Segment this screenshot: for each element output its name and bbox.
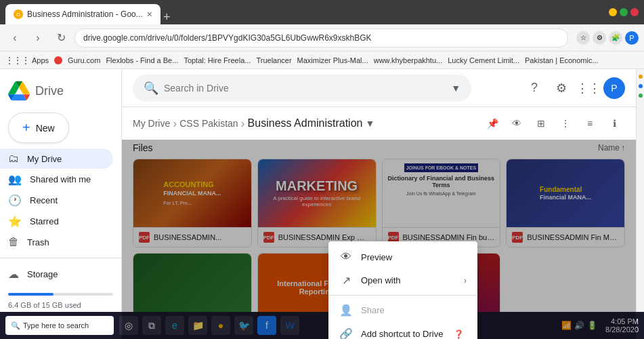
breadcrumb-current-label: Business Administration <box>248 117 363 129</box>
taskbar-word-icon[interactable]: W <box>280 316 299 335</box>
taskbar-search[interactable]: 🔍 Type here to search <box>5 316 114 335</box>
breadcrumb-folder[interactable]: CSS Pakistan <box>179 118 238 129</box>
url-text: drive.google.com/drive/u/0/folders/1BPVY… <box>83 33 559 43</box>
view-toggle-icon[interactable]: 👁 <box>506 113 528 134</box>
file-footer: PDF BUSINESSADMIN... <box>133 227 251 247</box>
reload-button[interactable]: ↻ <box>51 28 70 47</box>
taskbar-app-icon-2[interactable]: f <box>257 316 276 335</box>
ctx-add-shortcut[interactable]: 🔗 Add shortcut to Drive ❓ <box>328 322 477 339</box>
search-glass-icon: 🔍 <box>11 321 20 330</box>
tab-bar: G Business Administration - Goo... × + <box>5 0 170 24</box>
minimize-button[interactable] <box>609 8 617 16</box>
sidebar: Drive + New 🗂 My Drive 👥 Shared with me … <box>0 69 122 339</box>
breadcrumb-current[interactable]: Business Administration ▼ <box>248 117 375 129</box>
bookmark-icon[interactable]: ☆ <box>576 31 590 45</box>
files-header: Files Name ↑ <box>133 142 625 153</box>
battery-icon[interactable]: 🔋 <box>587 321 597 330</box>
drive-container: Drive + New 🗂 My Drive 👥 Shared with me … <box>0 69 644 339</box>
taskbar-file-explorer-icon[interactable]: 📁 <box>188 316 207 335</box>
grid-view-icon[interactable]: ⊞ <box>530 113 552 134</box>
drive-header: 🔍 ▼ ? ⚙ ⋮⋮ P <box>122 69 636 107</box>
bookmark-truelancer[interactable]: Truelancer <box>256 56 291 64</box>
clock-date: 8/28/2020 <box>605 325 639 334</box>
bookmark-flexjobs[interactable]: Flexlobs - Find a Be... <box>106 56 178 64</box>
taskbar-task-view-icon[interactable]: ⧉ <box>142 316 161 335</box>
add-shortcut-icon[interactable]: 📌 <box>481 113 503 134</box>
forward-button[interactable]: › <box>28 28 47 47</box>
volume-icon[interactable]: 🔊 <box>574 321 584 330</box>
ctx-open-with[interactable]: ↗ Open with › <box>328 268 477 292</box>
ctx-preview[interactable]: 👁 Preview <box>328 245 477 268</box>
help-icon[interactable]: ? <box>522 76 546 100</box>
file-card[interactable]: Fundamental Financial MANA... PDF BUSINE… <box>506 159 625 247</box>
new-tab-button[interactable]: + <box>163 10 171 24</box>
search-input[interactable] <box>164 83 446 94</box>
file-card[interactable]: ACCOUNTING FINANCIAL MANA... For I.T. Pr… <box>133 159 252 247</box>
bookmark-khyber[interactable]: www.khyberpakhtu... <box>374 56 443 64</box>
sidebar-item-my-drive[interactable]: 🗂 My Drive <box>0 148 113 169</box>
back-button[interactable]: ‹ <box>5 28 24 47</box>
more-options-icon[interactable]: ⋮ <box>555 113 576 134</box>
ctx-share-label: Share <box>361 305 385 315</box>
time-display[interactable]: 4:05 PM 8/28/2020 <box>605 317 639 334</box>
close-button[interactable] <box>630 8 639 16</box>
bookmark-guru[interactable]: Guru.com <box>68 56 100 64</box>
profile-icon[interactable]: P <box>625 31 639 45</box>
recent-icon: 🕐 <box>8 194 22 207</box>
search-box[interactable]: 🔍 ▼ <box>133 75 471 102</box>
file-footer: PDF BUSINESSADMIN Fin Ma... <box>507 227 624 247</box>
sidebar-item-label: Shared with me <box>30 174 91 184</box>
taskbar: 🔍 Type here to search ◎ ⧉ e 📁 ● 🐦 f W 📶 … <box>0 312 644 339</box>
sidebar-item-starred[interactable]: ⭐ Starred <box>0 211 113 232</box>
taskbar-app-icon-1[interactable]: 🐦 <box>234 316 253 335</box>
search-icon: 🔍 <box>144 81 158 96</box>
file-thumbnail: JOINUS FOR EBOOK & NOTES Dictionary of F… <box>383 159 500 227</box>
taskbar-edge-icon[interactable]: e <box>165 316 184 335</box>
file-grid: ACCOUNTING FINANCIAL MANA... For I.T. Pr… <box>133 159 625 247</box>
sidebar-item-trash[interactable]: 🗑 Trash <box>0 232 113 252</box>
breadcrumb-sep-2: › <box>241 117 245 131</box>
pdf-icon: PDF <box>263 232 274 243</box>
bookmark-lucky[interactable]: Lucky Cement Limit... <box>448 56 519 64</box>
ctx-share[interactable]: 👤 Share <box>328 298 477 322</box>
drive-logo-text: Drive <box>35 84 64 98</box>
tab-close-button[interactable]: × <box>147 9 152 20</box>
breadcrumb-sep-1: › <box>173 117 177 131</box>
active-tab[interactable]: G Business Administration - Goo... × <box>5 4 160 24</box>
context-menu: 👁 Preview ↗ Open with › 👤 Share 🔗 Add sh… <box>328 241 477 339</box>
drive-logo-icon <box>8 80 30 102</box>
file-card[interactable]: JOINUS FOR EBOOK & NOTES Dictionary of F… <box>382 159 501 247</box>
settings-gear-icon[interactable]: ⚙ <box>549 76 574 100</box>
bookmark-pakistan[interactable]: Pakistan | Economic... <box>525 56 599 64</box>
bookmark-maximizer[interactable]: Maximizer Plus-Mal... <box>297 56 368 64</box>
taskbar-cortana-icon[interactable]: ◎ <box>119 316 138 335</box>
search-dropdown-icon[interactable]: ▼ <box>451 83 460 94</box>
main-content: 🔍 ▼ ? ⚙ ⋮⋮ P My Drive › CSS Pakistan › B… <box>122 69 636 339</box>
network-icon[interactable]: 📶 <box>561 321 572 330</box>
file-card[interactable]: MARKETING A practical guide to interacti… <box>257 159 377 247</box>
bookmark-apps[interactable]: ⋮⋮⋮ Apps <box>5 56 49 65</box>
taskbar-system-tray: 📶 🔊 🔋 <box>561 321 597 330</box>
file-name: BUSINESSADMIN Exp Mr... <box>278 233 370 241</box>
settings-icon[interactable]: ⚙ <box>593 31 606 45</box>
apps-grid-icon[interactable]: ⋮⋮ <box>576 76 601 100</box>
bookmark-gmail[interactable] <box>54 56 62 64</box>
maximize-button[interactable] <box>620 8 628 16</box>
breadcrumb-dropdown-icon[interactable]: ▼ <box>365 118 374 129</box>
taskbar-icons: ◎ ⧉ e 📁 ● 🐦 f W <box>119 316 299 335</box>
extensions-icon[interactable]: 🧩 <box>609 31 622 45</box>
sort-name[interactable]: Name ↑ <box>598 143 625 153</box>
taskbar-chrome-icon[interactable]: ● <box>211 316 230 335</box>
bookmark-toptal[interactable]: Toptal: Hire Freela... <box>184 56 251 64</box>
drive-logo[interactable]: Drive <box>0 75 121 113</box>
sidebar-item-recent[interactable]: 🕐 Recent <box>0 190 113 211</box>
url-box[interactable]: drive.google.com/drive/u/0/folders/1BPVY… <box>74 28 568 47</box>
sidebar-item-shared[interactable]: 👥 Shared with me <box>0 169 113 190</box>
file-thumbnail: ACCOUNTING FINANCIAL MANA... For I.T. Pr… <box>133 159 251 227</box>
breadcrumb-root[interactable]: My Drive <box>133 118 170 129</box>
info-icon[interactable]: ℹ <box>603 113 625 134</box>
user-avatar[interactable]: P <box>603 77 625 99</box>
list-view-icon[interactable]: ≡ <box>579 113 601 134</box>
new-button[interactable]: + New <box>8 113 69 143</box>
sidebar-item-storage[interactable]: ☁ Storage <box>0 264 113 285</box>
